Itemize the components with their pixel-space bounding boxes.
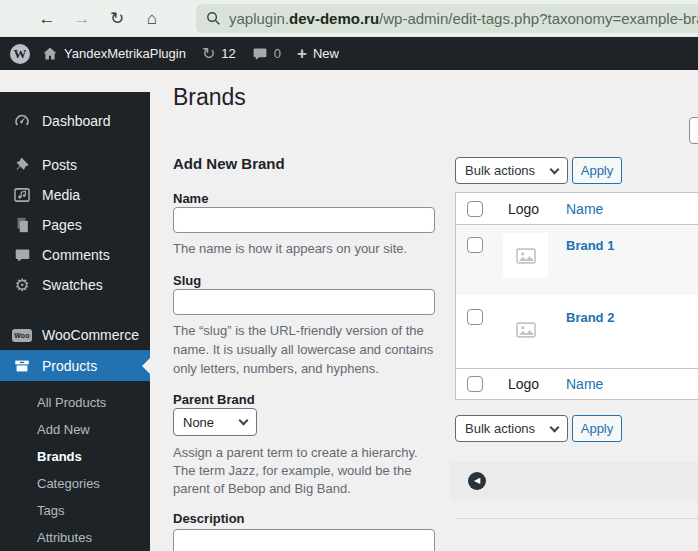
menu-separator: [0, 300, 150, 320]
media-icon: [12, 186, 32, 204]
admin-bar-new[interactable]: + New: [297, 45, 339, 62]
dashboard-icon: [12, 112, 32, 130]
previous-page-button[interactable]: ◀: [468, 472, 486, 490]
admin-bar-comments[interactable]: 0: [252, 46, 281, 62]
add-brand-form: Add New Brand Name The name is how it ap…: [173, 155, 435, 551]
bulk-actions-select-bottom[interactable]: Bulk actions: [455, 415, 568, 442]
brands-table: Logo Name Brand 1 Brand 2 Logo: [455, 192, 698, 400]
chevron-down-icon: [550, 422, 560, 432]
brand-name-link[interactable]: Brand 2: [566, 310, 614, 325]
image-placeholder-icon: [515, 245, 537, 267]
bulk-actions-select-top[interactable]: Bulk actions: [455, 157, 568, 184]
column-footer-name[interactable]: Name: [566, 376, 603, 392]
page-title: Brands: [173, 84, 246, 111]
brand-logo-placeholder: [503, 233, 548, 278]
updates-icon: ↻: [202, 46, 215, 62]
forward-button[interactable]: →: [71, 10, 93, 27]
admin-bar-updates[interactable]: ↻ 12: [202, 46, 236, 62]
chevron-down-icon: [550, 164, 560, 174]
pages-icon: [12, 216, 32, 234]
column-header-logo: Logo: [508, 201, 566, 217]
select-all-checkbox-top[interactable]: [467, 201, 483, 217]
admin-sidebar: Dashboard Posts Media: [0, 92, 150, 551]
apply-button-top[interactable]: Apply: [572, 157, 622, 184]
comments-icon: [12, 247, 32, 264]
url-text: yaplugin.dev-demo.ru/wp-admin/edit-tags.…: [229, 10, 698, 27]
description-label: Description: [173, 511, 435, 527]
column-footer-logo: Logo: [508, 376, 566, 392]
column-header-name[interactable]: Name: [566, 201, 603, 217]
admin-bar-site-menu[interactable]: YandexMetrikaPlugin: [42, 46, 186, 62]
forward-icon: →: [74, 9, 91, 28]
apply-button-bottom[interactable]: Apply: [572, 415, 622, 442]
home-site-icon: [42, 46, 58, 62]
woocommerce-icon: Woo: [12, 329, 32, 342]
page-body: Dashboard Posts Media: [0, 70, 698, 551]
plus-icon: +: [297, 45, 307, 62]
previous-arrow-icon: ◀: [474, 477, 480, 485]
gear-icon: ⚙: [12, 277, 32, 294]
submenu-attributes[interactable]: Attributes: [0, 524, 150, 551]
parent-brand-select[interactable]: None: [173, 408, 257, 436]
back-icon: ←: [39, 9, 56, 28]
pagination-strip: ◀: [450, 462, 698, 500]
submenu-add-new[interactable]: Add New: [0, 416, 150, 443]
row-checkbox[interactable]: [467, 309, 483, 325]
table-footer-row: Logo Name: [456, 368, 698, 399]
sidebar-item-products[interactable]: Products: [0, 350, 150, 381]
posts-pin-icon: [12, 156, 32, 174]
sidebar-item-posts[interactable]: Posts: [0, 150, 150, 180]
chevron-down-icon: [239, 416, 249, 426]
submenu-tags[interactable]: Tags: [0, 497, 150, 524]
menu-separator: [0, 136, 150, 150]
divider-line: [457, 518, 698, 519]
sidebar-item-dashboard[interactable]: Dashboard: [0, 106, 150, 136]
name-help: The name is how it appears on your site.: [173, 239, 435, 258]
back-button[interactable]: ←: [36, 10, 58, 27]
reload-icon: ↻: [110, 9, 124, 28]
table-row: Brand 1: [456, 225, 698, 295]
sidebar-item-comments[interactable]: Comments: [0, 240, 150, 270]
form-heading: Add New Brand: [173, 155, 435, 173]
brand-name-link[interactable]: Brand 1: [566, 238, 614, 253]
new-label: New: [313, 46, 339, 61]
submenu-brands[interactable]: Brands: [0, 443, 150, 470]
table-row: Brand 2: [456, 295, 698, 368]
description-textarea[interactable]: [173, 529, 435, 551]
row-checkbox[interactable]: [467, 237, 483, 253]
updates-count: 12: [221, 46, 235, 61]
comments-bubble-icon: [252, 46, 268, 62]
wordpress-logo-icon[interactable]: W: [10, 44, 30, 64]
sidebar-item-woocommerce[interactable]: Woo WooCommerce: [0, 320, 150, 350]
submenu-all-products[interactable]: All Products: [0, 389, 150, 416]
comments-count: 0: [274, 46, 281, 61]
slug-input[interactable]: [173, 289, 435, 315]
sidebar-item-media[interactable]: Media: [0, 180, 150, 210]
wp-admin-bar: W YandexMetrikaPlugin ↻ 12 0 + New: [0, 37, 698, 70]
reload-button[interactable]: ↻: [106, 10, 128, 27]
brand-logo-placeholder: [503, 307, 548, 352]
select-all-checkbox-bottom[interactable]: [467, 376, 483, 392]
parent-brand-label: Parent Brand: [173, 392, 435, 408]
slug-label: Slug: [173, 273, 435, 289]
sidebar-item-swatches[interactable]: ⚙ Swatches: [0, 270, 150, 300]
submenu-categories[interactable]: Categories: [0, 470, 150, 497]
search-brands-input[interactable]: [689, 117, 698, 144]
site-name: YandexMetrikaPlugin: [64, 46, 186, 61]
products-box-icon: [12, 357, 32, 375]
parent-brand-help: Assign a parent term to create a hierarc…: [173, 444, 435, 498]
home-icon: ⌂: [147, 9, 157, 28]
name-label: Name: [173, 191, 435, 207]
image-placeholder-icon: [515, 319, 537, 341]
parent-brand-value: None: [183, 415, 214, 430]
table-header-row: Logo Name: [456, 193, 698, 225]
slug-help: The “slug” is the URL-friendly version o…: [173, 321, 435, 378]
name-input[interactable]: [173, 207, 435, 233]
screen: ← → ↻ ⌂ yaplugin.dev-demo.ru/wp-admin/ed…: [0, 0, 698, 551]
address-bar[interactable]: yaplugin.dev-demo.ru/wp-admin/edit-tags.…: [196, 4, 698, 33]
products-submenu: All Products Add New Brands Categories T…: [0, 381, 150, 551]
browser-toolbar: ← → ↻ ⌂ yaplugin.dev-demo.ru/wp-admin/ed…: [0, 0, 698, 37]
search-icon: [206, 11, 221, 26]
home-button[interactable]: ⌂: [141, 10, 163, 27]
sidebar-item-pages[interactable]: Pages: [0, 210, 150, 240]
